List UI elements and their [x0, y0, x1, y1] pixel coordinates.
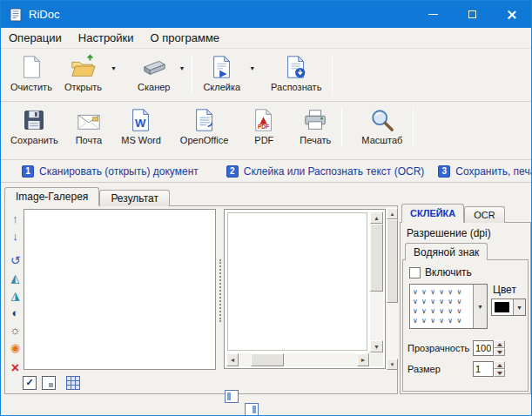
- openoffice-icon: [192, 107, 218, 133]
- recognize-button[interactable]: Распознать: [265, 51, 327, 92]
- rotate-icon[interactable]: ↺: [8, 253, 23, 268]
- color-adjust-icon[interactable]: ◉: [8, 340, 23, 355]
- scroll-down-icon[interactable]: ▼: [370, 340, 383, 352]
- move-up-icon[interactable]: ↑: [8, 211, 23, 226]
- enable-watermark-checkbox[interactable]: [409, 267, 421, 278]
- zoom-magnifier-icon: [369, 107, 395, 133]
- scrollbar-thumb[interactable]: [370, 224, 383, 292]
- tab-result[interactable]: Результат: [99, 190, 170, 206]
- merge-dropdown-icon[interactable]: ▼: [246, 65, 258, 71]
- flip-horizontal-icon[interactable]: ◭: [8, 271, 23, 285]
- scrollbar-thumb[interactable]: [387, 219, 398, 303]
- msword-icon: W: [128, 107, 154, 133]
- size-spinbox: [473, 361, 505, 377]
- zoom-label: Масштаб: [361, 135, 402, 145]
- scrollbar-corner: [370, 353, 383, 366]
- pdf-icon: PDF: [251, 107, 277, 133]
- watermark-pattern-preview: ∨ ∨ ∨ ∨ ∨ ∨ ∨ ∨ ∨ ∨ ∨ ∨ ∨ ∨ ∨ ∨ ∨ ∨ ∨ ∨ …: [410, 285, 473, 328]
- deselect-all-button[interactable]: [42, 376, 56, 390]
- select-all-button[interactable]: ✓: [23, 376, 37, 390]
- minimize-button[interactable]: [414, 1, 453, 28]
- thumbnail-grid-button[interactable]: [66, 376, 80, 390]
- print-button[interactable]: Печать: [293, 104, 337, 145]
- resolution-label: Разрешение (dpi): [407, 227, 491, 239]
- open-folder-icon: [70, 54, 96, 80]
- print-icon: [302, 107, 328, 133]
- preview-horizontal-scrollbar[interactable]: ◄ ►: [226, 353, 369, 366]
- scanner-icon: [141, 54, 167, 80]
- flip-vertical-icon[interactable]: ◮: [8, 288, 23, 303]
- toolbar-separator: [413, 108, 414, 148]
- opacity-label: Прозрачность: [407, 343, 469, 353]
- save-icon: [21, 107, 47, 133]
- scroll-left-icon[interactable]: ◄: [226, 353, 239, 366]
- blank-page-icon: [18, 54, 44, 80]
- output-toolbar: Сохранить Почта W MS Word OpenOffice PDF…: [1, 102, 531, 160]
- size-input[interactable]: [473, 361, 494, 377]
- mail-button[interactable]: Почта: [70, 104, 109, 145]
- preview-page: [227, 212, 367, 351]
- close-button[interactable]: [492, 1, 531, 28]
- recognize-label: Распознать: [271, 82, 321, 92]
- gallery-splitter[interactable]: [218, 209, 224, 370]
- color-dropdown-icon[interactable]: ▼: [513, 299, 525, 315]
- layout-right-page-button[interactable]: [245, 403, 259, 416]
- tab-merge[interactable]: СКЛЕЙКА: [401, 204, 464, 223]
- layout-left-page-button[interactable]: [225, 390, 239, 403]
- pdf-label: PDF: [254, 135, 273, 145]
- pdf-button[interactable]: PDF PDF: [245, 104, 283, 145]
- tab-watermark[interactable]: Водяной знак: [405, 243, 488, 260]
- svg-text:PDF: PDF: [258, 124, 269, 130]
- image-gallery-panel[interactable]: [24, 209, 216, 370]
- scrollbar-track[interactable]: [239, 353, 357, 366]
- msword-button[interactable]: W MS Word: [115, 104, 167, 145]
- window-title: RiDoc: [29, 8, 59, 21]
- scroll-right-icon[interactable]: ►: [357, 353, 369, 366]
- step-3-hint: 3 Сохранить, печат: [438, 165, 531, 178]
- watermark-color-combobox[interactable]: ▼: [491, 299, 526, 316]
- toolbar-separator: [341, 108, 342, 148]
- print-label: Печать: [300, 135, 331, 145]
- opacity-spin-down-icon[interactable]: [494, 348, 505, 356]
- size-label: Размер: [407, 364, 441, 374]
- tab-ocr[interactable]: OCR: [464, 206, 504, 223]
- tab-image-gallery[interactable]: Image-Галерея: [4, 187, 99, 206]
- menu-settings[interactable]: Настройки: [78, 31, 134, 44]
- scroll-up-icon[interactable]: ▲: [370, 211, 383, 224]
- pattern-dropdown-icon[interactable]: ▼: [473, 285, 487, 328]
- watermark-pattern-combobox[interactable]: ∨ ∨ ∨ ∨ ∨ ∨ ∨ ∨ ∨ ∨ ∨ ∨ ∨ ∨ ∨ ∨ ∨ ∨ ∨ ∨ …: [409, 284, 488, 329]
- move-down-icon[interactable]: ↓: [8, 229, 23, 244]
- scanner-button[interactable]: Сканер: [131, 51, 176, 92]
- opacity-spin-up-icon[interactable]: [494, 340, 505, 348]
- scroll-down-icon[interactable]: ▼: [387, 359, 398, 370]
- page-vertical-scrollbar[interactable]: ▲ ▼: [387, 208, 398, 370]
- open-button[interactable]: Открыть: [58, 51, 108, 92]
- size-spin-down-icon[interactable]: [494, 369, 505, 377]
- contrast-icon[interactable]: ◐: [8, 305, 23, 320]
- save-button[interactable]: Сохранить: [4, 104, 64, 145]
- clear-button[interactable]: Очистить: [4, 51, 58, 92]
- scanner-dropdown-icon[interactable]: ▼: [176, 65, 187, 71]
- menu-operations[interactable]: Операции: [9, 31, 62, 44]
- merge-button[interactable]: Склейка: [197, 51, 246, 92]
- brightness-icon[interactable]: ☼: [8, 323, 23, 338]
- scroll-up-icon[interactable]: ▲: [387, 208, 398, 219]
- maximize-button[interactable]: [453, 1, 492, 28]
- mail-icon: [76, 107, 102, 133]
- merge-label: Склейка: [203, 82, 240, 92]
- open-dropdown-icon[interactable]: ▼: [108, 65, 119, 71]
- menu-about[interactable]: О программе: [151, 31, 220, 44]
- minimize-icon: [428, 14, 438, 15]
- scrollbar-thumb[interactable]: [251, 353, 284, 366]
- openoffice-button[interactable]: OpenOffice: [174, 104, 234, 145]
- opacity-spinbox: [473, 340, 505, 356]
- size-spin-up-icon[interactable]: [494, 361, 505, 369]
- recognize-doc-icon: [283, 54, 309, 80]
- scrollbar-track[interactable]: [370, 224, 383, 340]
- scrollbar-track[interactable]: [387, 219, 398, 359]
- preview-vertical-scrollbar[interactable]: ▲ ▼: [370, 211, 383, 352]
- zoom-button[interactable]: Масштаб: [355, 104, 408, 145]
- content-area: Image-Галерея Результат ↑ ↓ ↺ ◭ ◮ ◐ ☼ ◉ …: [1, 183, 531, 415]
- delete-image-icon[interactable]: ×: [8, 360, 23, 375]
- opacity-input[interactable]: [473, 340, 494, 356]
